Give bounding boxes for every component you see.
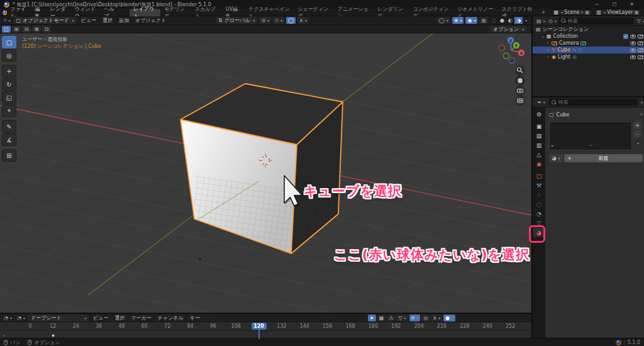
minimize-button[interactable]: — — [589, 1, 605, 8]
workspace-tab-UV編集[interactable]: UV編集 — [222, 9, 245, 16]
workspace-tab-レンダリング[interactable]: レンダリング — [374, 9, 409, 16]
falloff-dropdown[interactable]: ∧▾ — [297, 17, 309, 24]
properties-editor-type-button[interactable]: ≡▾ — [535, 99, 547, 106]
expand-icon[interactable]: › — [546, 47, 550, 53]
properties-tab-output[interactable]: ▤ — [533, 131, 545, 140]
visibility-eye-icon[interactable] — [630, 55, 636, 59]
tool-measure-button[interactable]: ∡ — [2, 133, 16, 146]
shading-solid-button[interactable]: ● — [498, 17, 506, 24]
tool-box-select-button[interactable]: ▢ — [2, 36, 16, 48]
blender-menu-icon[interactable] — [3, 10, 7, 15]
xray-toggle[interactable]: ▦ — [479, 17, 488, 24]
current-frame-indicator[interactable]: 120 — [252, 323, 267, 330]
orientation-dropdown[interactable]: ⇅ グローバル ▾ — [216, 17, 257, 24]
select-mode-extend[interactable]: ⊞ — [12, 26, 21, 33]
remove-slot-button[interactable]: − — [633, 130, 641, 138]
copy-icon[interactable]: ▣ — [634, 9, 639, 15]
timeline-falloff-toggle[interactable]: ∧▾ — [431, 315, 442, 321]
timeline-playback-button[interactable]: ◔▾ — [15, 315, 27, 321]
timeline-menu-マーカー[interactable]: マーカー — [128, 315, 154, 321]
render-camera-icon[interactable] — [638, 55, 643, 59]
timeline-show-hidden-toggle[interactable]: ▦ — [377, 315, 386, 321]
timeline-proportional-toggle[interactable]: ◎ — [421, 315, 430, 321]
expand-icon[interactable]: ▸ — [552, 143, 554, 148]
render-camera-icon[interactable] — [638, 35, 643, 38]
properties-tab-tool[interactable]: ⚙ — [533, 109, 545, 119]
outliner-filter-mode-button[interactable]: ◇▾ — [548, 18, 557, 25]
keyframe-dot[interactable] — [52, 334, 55, 337]
properties-tab-physics[interactable]: ◌ — [533, 199, 545, 209]
timeline-keying-toggle[interactable]: ●▾ — [443, 315, 455, 321]
snap-toggle[interactable]: ∩▾ — [273, 17, 284, 24]
outliner-row-Cube[interactable]: ›▽Cube∿▽ — [533, 47, 644, 53]
pin-icon[interactable]: ⌖ — [580, 9, 584, 16]
visibility-eye-icon[interactable] — [630, 42, 636, 45]
expand-icon[interactable]: › — [546, 40, 550, 46]
overlays-toggle[interactable]: ◉▾ — [465, 17, 477, 24]
select-mode-subtract[interactable]: ⊟ — [22, 26, 31, 33]
browse-material-button[interactable]: ◕ ▾ — [549, 154, 563, 162]
zoom-button[interactable] — [515, 65, 525, 75]
tool-transform-button[interactable]: ⌖ — [2, 104, 16, 117]
workspace-tab-コンポジティング[interactable]: コンポジティング — [409, 9, 453, 16]
outliner-row-シーンコレクション[interactable]: ▤シーンコレクション — [533, 26, 644, 33]
workspace-tab-スクリプト作成[interactable]: スクリプト作成 — [498, 9, 538, 16]
properties-tab-modifiers[interactable]: ⚒ — [533, 181, 545, 190]
tool-annotate-button[interactable]: ✎ — [2, 120, 16, 133]
select-mode-set[interactable]: ▢ — [2, 26, 11, 33]
mode-dropdown[interactable]: ▢ オブジェクトモード ▾ — [14, 17, 77, 24]
new-material-button[interactable]: + 新規 — [564, 154, 643, 162]
outliner-search[interactable] — [558, 18, 634, 25]
dopesheet-mode-dropdown[interactable]: ドープシート ▾ — [28, 315, 89, 321]
render-camera-icon[interactable] — [638, 42, 643, 45]
playhead-line[interactable] — [258, 329, 260, 339]
outliner-row-Camera[interactable]: ›Camera — [533, 40, 644, 47]
tool-scale-button[interactable]: ◱ — [2, 91, 16, 104]
properties-search-input[interactable] — [558, 99, 635, 105]
pin-icon[interactable]: ⌖ — [640, 111, 643, 118]
timeline-editor-type-button[interactable]: ◔▾ — [2, 315, 14, 321]
material-slot-list[interactable]: ▸ ┉ — [549, 121, 632, 150]
visibility-eye-icon[interactable] — [630, 35, 636, 38]
view-layer-selector[interactable]: ▥▾ ViewLayer ▣ — [594, 9, 641, 16]
timeline-menu-選択[interactable]: 選択 — [111, 315, 128, 321]
expand-icon[interactable]: ⌄ — [541, 33, 545, 39]
axis-neg-x[interactable] — [499, 45, 505, 51]
copy-icon[interactable]: ▣ — [585, 9, 590, 15]
editor-type-button[interactable]: ⌗▾ — [2, 17, 13, 24]
slot-specials-dropdown[interactable]: ▾ — [633, 139, 641, 147]
shading-rendered-button[interactable]: ◑ — [514, 17, 523, 24]
timeline-only-selected-toggle[interactable]: ➤ — [368, 315, 376, 321]
close-button[interactable]: ✕ — [624, 1, 640, 8]
workspace-tab-ジオメトリノード[interactable]: ジオメトリノード — [453, 9, 498, 16]
properties-tab-scene[interactable]: △ — [533, 150, 545, 159]
properties-options-dropdown[interactable]: ▾ — [641, 100, 643, 104]
timeline-menu-キー[interactable]: キー — [187, 315, 203, 321]
workspace-tab-レイアウト[interactable]: レイアウト — [130, 9, 160, 16]
options-button[interactable]: オプション ▾ — [490, 26, 527, 33]
timeline-filter-toggle[interactable]: ▽▾ — [396, 315, 408, 321]
expand-icon[interactable]: › — [546, 54, 550, 60]
properties-tab-object[interactable]: ▢ — [533, 171, 545, 181]
outliner-display-mode-button[interactable]: ▤▾ — [535, 18, 547, 25]
maximize-button[interactable]: □ — [606, 1, 623, 8]
select-mode-intersect[interactable]: ⊡ — [42, 26, 51, 33]
add-workspace-button[interactable]: + — [538, 9, 550, 16]
properties-tab-constraints[interactable]: ◔ — [533, 209, 545, 218]
tool-move-button[interactable]: + — [2, 65, 16, 77]
proportional-editing-toggle[interactable]: ◯ — [286, 17, 296, 24]
shading-material-button[interactable]: ◐ — [506, 17, 514, 24]
workspace-tab-モデリング[interactable]: モデリング — [160, 9, 191, 16]
timeline-menu-チャンネル[interactable]: チャンネル — [155, 315, 187, 321]
frame-ruler[interactable]: 120 012243648607284961081201321441561681… — [0, 322, 531, 330]
add-slot-button[interactable]: + — [633, 121, 641, 129]
axis-neg-z[interactable] — [509, 58, 515, 64]
cube-object[interactable] — [180, 84, 343, 254]
properties-search[interactable] — [549, 99, 638, 106]
scene-selector[interactable]: ▦▾ Scene ⌖ ▣ — [552, 9, 592, 16]
properties-tab-render[interactable]: ▣ — [533, 121, 545, 131]
camera-view-button[interactable] — [515, 86, 525, 96]
properties-tab-world[interactable]: ◉ — [533, 159, 545, 169]
workspace-tab-スカルプト[interactable]: スカルプト — [191, 9, 222, 16]
viewport-menu-ビュー[interactable]: ビュー — [78, 17, 99, 24]
